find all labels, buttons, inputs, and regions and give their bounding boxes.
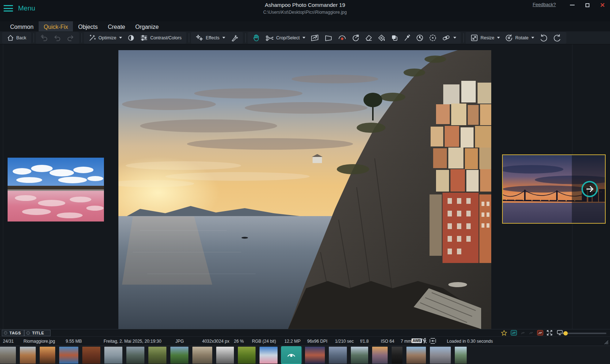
bandage-icon	[442, 34, 450, 42]
minimize-button[interactable]	[567, 1, 577, 9]
red-eye-button[interactable]	[335, 32, 349, 43]
filmstrip-thumb-waterfront-houses[interactable]	[59, 347, 78, 364]
title-toggle[interactable]: TITLE	[24, 330, 51, 336]
filmstrip-thumb-sunset-clouds[interactable]	[372, 347, 388, 364]
main-photo-riomaggiore[interactable]	[118, 50, 491, 329]
tab-quick-fix[interactable]: Quick-Fix	[39, 21, 73, 31]
filmstrip-thumb-cliff-houses[interactable]	[192, 347, 212, 364]
perspective-button[interactable]	[322, 32, 335, 43]
chevron-down-icon	[302, 37, 305, 39]
status-bar: 24/31 Riomaggiore.jpg 9.55 MB Freitag, 2…	[0, 336, 610, 346]
maximize-button[interactable]	[583, 1, 592, 9]
effects-button[interactable]: Effects	[193, 32, 228, 43]
rotate-left-button[interactable]	[537, 32, 550, 43]
pink-lake-art	[8, 158, 104, 222]
smudge-button[interactable]	[413, 32, 426, 43]
pan-tool-button[interactable]	[250, 32, 263, 43]
resize-grip[interactable]	[604, 339, 609, 345]
view-mode-2-icon[interactable]	[520, 330, 526, 336]
filmstrip-thumb-kirkjufell-waterfall[interactable]	[126, 347, 144, 364]
title-radio-icon	[26, 331, 30, 335]
tab-common[interactable]: Common	[5, 21, 39, 31]
contrast-colors-button[interactable]: Contrast/Colors	[138, 32, 184, 43]
image-canvas[interactable]	[0, 44, 610, 329]
effect-brush-icon	[230, 34, 238, 42]
back-button[interactable]: Back	[4, 32, 29, 43]
filmstrip-thumb-tree-branches[interactable]	[148, 347, 166, 364]
clone-stamp-button[interactable]	[388, 32, 401, 43]
filmstrip-thumb-tre-cime-peaks[interactable]	[430, 347, 451, 364]
status-focal-length: 7 mm	[401, 339, 411, 344]
close-button[interactable]: ✕	[598, 1, 607, 9]
chevron-down-icon	[119, 37, 122, 39]
filmstrip-thumb-mountain-lake-village[interactable]	[329, 347, 347, 364]
color-picker-button[interactable]	[401, 32, 413, 43]
filmstrip-thumb-cathedral-bw[interactable]	[216, 347, 234, 364]
straighten-photo-icon	[310, 34, 319, 42]
effect-brush-button[interactable]	[228, 32, 241, 43]
auto-contrast-button[interactable]	[125, 32, 138, 43]
quick-fix-toolbar: Back Optimize Contrast/Colors	[0, 31, 610, 44]
rotate-right-button[interactable]	[550, 32, 564, 43]
healing-button[interactable]	[439, 32, 459, 43]
straighten-button[interactable]	[308, 32, 322, 43]
flash-off-icon	[422, 338, 427, 345]
view-mode-fit-icon[interactable]	[511, 330, 517, 336]
tags-toggle[interactable]: TAGS	[2, 330, 24, 336]
filmstrip[interactable]	[0, 346, 610, 364]
riomaggiore-photo-art	[118, 50, 491, 329]
filmstrip-thumb-castle-town[interactable]	[20, 347, 36, 364]
main-menu-button[interactable]: Menu	[4, 4, 35, 12]
filmstrip-thumb-circular-courtyard[interactable]	[406, 347, 426, 364]
rotate-ccw-icon	[539, 34, 548, 42]
tab-create[interactable]: Create	[103, 21, 130, 31]
resize-button[interactable]: Resize	[468, 32, 502, 43]
status-format: JPG	[175, 339, 184, 344]
undo-icon	[53, 34, 61, 42]
feedback-link[interactable]: Feedback?	[533, 2, 556, 7]
filmstrip-thumb-lily-pads[interactable]	[238, 347, 256, 364]
filmstrip-thumb-narrow-waterfall[interactable]	[455, 347, 467, 364]
fill-button[interactable]	[375, 32, 388, 43]
clone-arrow-button[interactable]	[349, 32, 362, 43]
undo-button[interactable]	[51, 32, 64, 43]
filmstrip-thumb-current-image-riomaggiore[interactable]	[282, 347, 301, 364]
perspective-icon	[324, 34, 333, 42]
red-eye-icon	[338, 34, 347, 42]
resize-label: Resize	[480, 35, 494, 40]
blur-spot-button[interactable]	[426, 32, 439, 43]
menu-label: Menu	[18, 4, 35, 12]
zoom-slider-knob[interactable]	[563, 331, 568, 336]
home-icon	[7, 34, 14, 41]
app-window: { "window": { "menu_label": "Menu", "tit…	[0, 0, 610, 364]
current-file-path: C:\Users\Kst\Desktop\Pics\Riomaggiore.jp…	[0, 10, 610, 15]
undo-all-button[interactable]	[38, 32, 51, 43]
view-mode-3-icon[interactable]	[528, 330, 534, 336]
tab-objects[interactable]: Objects	[73, 21, 103, 31]
redo-button[interactable]	[64, 32, 77, 43]
hand-icon	[252, 34, 260, 42]
zoom-slider[interactable]	[560, 333, 606, 334]
rotate-button[interactable]: Rotate	[502, 32, 537, 43]
bay-bridge-art	[503, 155, 605, 223]
crop-select-button[interactable]: Crop/Select	[263, 32, 308, 43]
view-mode-original-icon[interactable]	[537, 330, 543, 336]
filmstrip-thumb-decorative-plates[interactable]	[82, 347, 100, 364]
filmstrip-thumb-bay-bridge-sunset[interactable]	[305, 347, 325, 364]
previous-image-preview[interactable]	[8, 158, 104, 222]
tab-organize[interactable]: Organize	[130, 21, 164, 31]
filmstrip-thumb-mountain-ruins[interactable]	[0, 347, 16, 364]
next-image-preview[interactable]	[502, 154, 606, 224]
title-label: TITLE	[32, 331, 44, 335]
filmstrip-thumb-torii-gate-lake[interactable]	[104, 347, 122, 364]
filmstrip-thumb-dark-portrait[interactable]	[392, 347, 402, 364]
filmstrip-thumb-autumn-city-sunset[interactable]	[40, 347, 55, 364]
optimize-button[interactable]: Optimize	[86, 32, 125, 43]
metering-pattern-icon	[430, 338, 436, 345]
filmstrip-thumb-pink-lake[interactable]	[260, 347, 278, 364]
filmstrip-thumb-bled-island-reflection[interactable]	[351, 347, 368, 364]
next-arrow-icon	[582, 181, 597, 196]
eraser-button[interactable]	[362, 32, 375, 43]
filmstrip-thumb-green-valley-aerial[interactable]	[170, 347, 188, 364]
chevron-down-icon	[222, 37, 225, 39]
